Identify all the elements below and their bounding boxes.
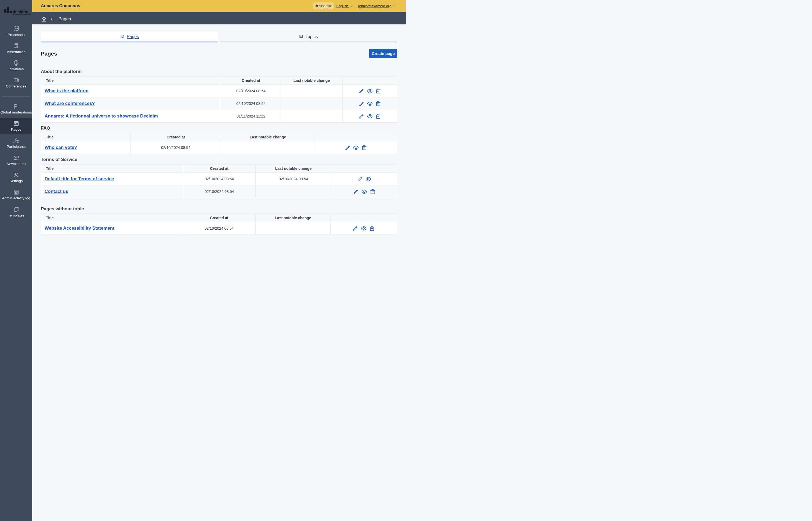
svg-text:decidim: decidim [13, 9, 28, 14]
svg-text:free open-source democracy: free open-source democracy [13, 14, 31, 15]
